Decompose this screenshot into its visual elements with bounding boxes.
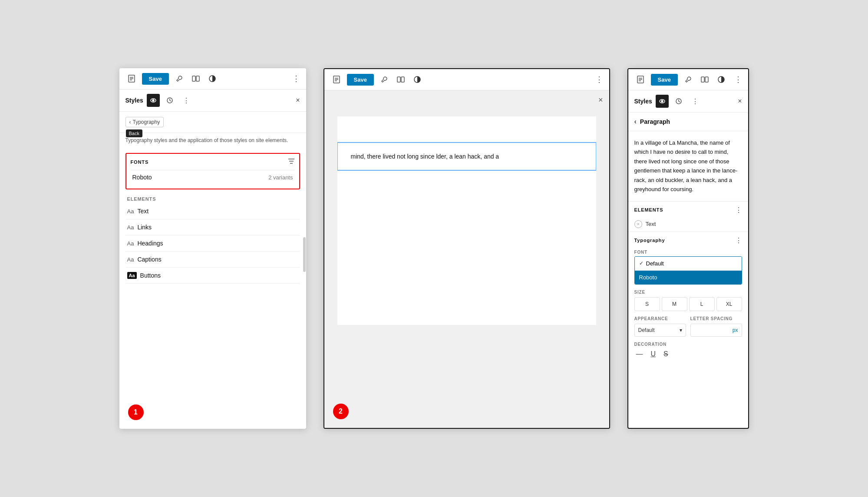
save-button-1[interactable]: Save <box>142 73 169 85</box>
panel-2: Save ⋮ × mind, there lived not long sinc… <box>323 68 610 429</box>
size-btn-m[interactable]: M <box>662 297 687 311</box>
element-row-captions[interactable]: Aa Captions <box>125 252 300 268</box>
canvas-close-btn[interactable]: × <box>598 96 603 105</box>
canvas-text: mind, there lived not long since lder, a… <box>351 152 583 161</box>
toolbar-1: Save ⋮ <box>119 68 306 89</box>
scrollbar-1[interactable] <box>303 155 306 429</box>
aa-buttons-icon: Aa <box>127 272 137 279</box>
aa-headings-icon: Aa <box>127 240 134 247</box>
font-option-roboto-label: Roboto <box>639 274 657 281</box>
save-button-3[interactable]: Save <box>651 74 678 86</box>
eye-icon-btn-3[interactable] <box>656 95 669 108</box>
decoration-strikethrough2-btn[interactable]: S <box>662 349 670 359</box>
svg-point-8 <box>152 99 154 101</box>
elements-label-1: ELEMENTS <box>125 196 300 202</box>
p3-element-name: Text <box>646 221 656 227</box>
element-row-headings[interactable]: Aa Headings <box>125 235 300 252</box>
svg-rect-25 <box>705 77 708 82</box>
styles-title-1: Styles <box>125 97 143 104</box>
p3-elements-label: ELEMENTS <box>634 207 663 212</box>
canvas-area: × mind, there lived not long since lder,… <box>324 90 609 428</box>
svg-rect-4 <box>192 76 195 81</box>
back-button[interactable]: ‹ Typography Back <box>125 117 164 127</box>
size-label: SIZE <box>634 290 742 295</box>
size-section: SIZE S M L XL <box>628 287 748 314</box>
check-mark-default: ✓ <box>639 260 644 266</box>
more-icon-3[interactable]: ⋮ <box>734 75 742 84</box>
element-row-text[interactable]: Aa Text <box>125 203 300 219</box>
eye-icon-btn[interactable] <box>147 94 160 107</box>
back-button-label: Typography <box>133 119 160 125</box>
p3-typography-header: Typography ⋮ <box>628 232 748 247</box>
contrast-icon[interactable] <box>206 73 218 85</box>
toolbar-3: Save ⋮ <box>628 69 748 90</box>
decoration-underline-btn[interactable]: U <box>649 349 658 359</box>
letter-spacing-input[interactable]: px <box>690 324 742 337</box>
p3-elements-more[interactable]: ⋮ <box>735 206 742 214</box>
p3-element-row-text[interactable]: ✕ Text <box>628 217 748 232</box>
history-icon-btn[interactable] <box>163 94 176 107</box>
svg-rect-24 <box>701 77 704 82</box>
wrench-icon[interactable] <box>173 73 185 85</box>
step-badge-2: 2 <box>333 404 349 419</box>
letter-spacing-group: LETTER SPACING px <box>690 316 742 337</box>
columns-icon[interactable] <box>190 73 202 85</box>
p3-typography-label: Typography <box>634 238 665 243</box>
p3-typography-more[interactable]: ⋮ <box>735 236 742 245</box>
chevron-down-icon: ▾ <box>680 327 682 333</box>
styles-close-btn-3[interactable]: × <box>738 97 742 105</box>
more-icon-1[interactable]: ⋮ <box>292 74 300 83</box>
page-icon-3[interactable] <box>634 73 647 86</box>
contrast-icon-2[interactable] <box>411 73 423 86</box>
decoration-strikethrough-btn[interactable]: — <box>634 349 645 359</box>
canvas-text-block[interactable]: mind, there lived not long since lder, a… <box>337 142 596 170</box>
letter-spacing-label: LETTER SPACING <box>690 316 742 321</box>
typography-nav: ‹ Typography Back <box>119 112 306 133</box>
svg-rect-17 <box>397 77 400 82</box>
history-icon-btn-3[interactable] <box>672 95 685 108</box>
styles-more-btn-3[interactable]: ⋮ <box>689 95 702 108</box>
wrench-icon-3[interactable] <box>682 73 694 86</box>
appearance-select[interactable]: Default ▾ <box>634 324 686 337</box>
paragraph-back-arrow[interactable]: ‹ <box>634 118 637 126</box>
columns-icon-3[interactable] <box>699 73 711 86</box>
decoration-buttons: — U S <box>634 349 742 359</box>
decoration-section: DECORATION — U S <box>628 339 748 361</box>
more-icon-2[interactable]: ⋮ <box>595 75 603 84</box>
decoration-label: DECORATION <box>634 342 742 347</box>
contrast-icon-3[interactable] <box>715 73 727 86</box>
columns-icon-2[interactable] <box>395 73 407 86</box>
svg-point-28 <box>661 100 663 102</box>
canvas-white: mind, there lived not long since lder, a… <box>337 116 596 325</box>
scrollbar-thumb-1 <box>303 237 306 272</box>
back-tooltip: Back <box>126 129 142 137</box>
page-icon[interactable] <box>125 73 138 85</box>
styles-panel-header-1: Styles ⋮ × <box>119 89 306 112</box>
font-option-default-label: Default <box>646 260 664 267</box>
styles-close-btn-1[interactable]: × <box>296 96 300 104</box>
size-btn-xl[interactable]: XL <box>716 297 742 311</box>
filter-icon[interactable] <box>288 158 295 166</box>
svg-rect-5 <box>196 76 199 81</box>
font-option-roboto[interactable]: Roboto <box>635 271 742 284</box>
preview-text: In a village of La Mancha, the name of w… <box>628 131 748 202</box>
panel-3: Save ⋮ Styles <box>627 68 749 429</box>
element-buttons-label: Buttons <box>140 272 161 279</box>
wrench-icon-2[interactable] <box>378 73 390 86</box>
element-row-links[interactable]: Aa Links <box>125 219 300 235</box>
element-text-label: Text <box>137 208 149 215</box>
size-btn-s[interactable]: S <box>634 297 660 311</box>
page-icon-2[interactable] <box>330 73 343 86</box>
save-button-2[interactable]: Save <box>347 74 374 86</box>
toolbar-2: Save ⋮ <box>324 69 609 90</box>
font-variants: 2 variants <box>268 174 293 181</box>
font-row-roboto[interactable]: Roboto 2 variants <box>131 170 295 184</box>
size-buttons: S M L XL <box>634 297 742 311</box>
size-btn-l[interactable]: L <box>689 297 715 311</box>
fonts-label: FONTS <box>131 159 149 165</box>
font-option-default[interactable]: ✓ Default <box>635 257 742 271</box>
aa-text-icon: Aa <box>127 208 134 215</box>
styles-more-btn[interactable]: ⋮ <box>180 94 193 107</box>
element-row-buttons[interactable]: Aa Buttons <box>125 268 300 284</box>
fonts-section: FONTS Roboto 2 variants <box>125 153 300 189</box>
